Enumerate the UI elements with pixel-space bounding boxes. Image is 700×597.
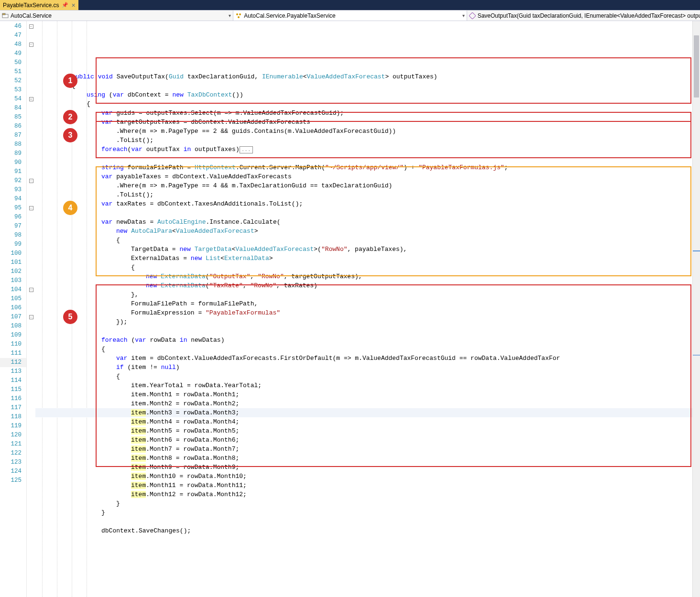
code-line[interactable]: {: [35, 263, 700, 272]
code-line[interactable]: new ExternalData("OutputTax", "RowNo", t…: [35, 272, 700, 281]
token-pln: guids = outputTaxes.Select(m => m.ValueA…: [112, 109, 344, 117]
code-line[interactable]: using (var dbContext = new TaxDbContext(…: [35, 90, 700, 99]
code-line[interactable]: .Where(m => m.PageType == 4 && m.TaxDecl…: [35, 181, 700, 190]
code-line[interactable]: [35, 208, 700, 217]
code-line[interactable]: public void SaveOutputTax(Guid taxDeclar…: [35, 72, 700, 81]
code-line[interactable]: var targetOutputTaxes = dbContext.ValueA…: [35, 118, 700, 127]
code-line[interactable]: var payableTaxes = dbContext.ValueAddedT…: [35, 172, 700, 181]
code-line[interactable]: [35, 517, 700, 526]
file-tab[interactable]: PayableTaxService.cs 📌 ×: [0, 0, 78, 10]
code-area[interactable]: public void SaveOutputTax(Guid taxDeclar…: [35, 21, 700, 597]
code-line[interactable]: {: [35, 99, 700, 109]
tab-strip: PayableTaxService.cs 📌 ×: [0, 0, 700, 11]
code-line[interactable]: });: [35, 317, 700, 326]
code-line[interactable]: item.Month11 = rowData.Month11;: [35, 481, 700, 490]
code-line[interactable]: dbContext.SaveChanges();: [35, 526, 700, 535]
close-icon[interactable]: ×: [71, 1, 75, 9]
code-line[interactable]: var taxRates = dbContext.TaxesAndAdditio…: [35, 199, 700, 208]
code-line[interactable]: item.Month8 = rowData.Month8;: [35, 454, 700, 463]
collapse-icon[interactable]: −: [29, 43, 33, 47]
code-line[interactable]: item.Month10 = rowData.Month10;: [35, 472, 700, 481]
line-number: 87: [0, 131, 26, 140]
collapsed-region[interactable]: ...: [240, 146, 253, 153]
token-pln: .Month8 = rowData.Month8;: [146, 455, 239, 462]
collapse-icon[interactable]: −: [29, 24, 33, 29]
code-line[interactable]: },: [35, 290, 700, 299]
code-line[interactable]: {: [35, 372, 700, 381]
line-number: 89: [0, 149, 26, 158]
token-kw: var: [116, 355, 127, 362]
namespace-icon: [2, 12, 9, 19]
collapse-icon[interactable]: −: [29, 179, 33, 183]
line-number: 124: [0, 467, 26, 476]
code-line[interactable]: item.Month7 = rowData.Month7;: [35, 445, 700, 454]
fold-cell[interactable]: −: [27, 204, 35, 213]
fold-cell: [27, 467, 35, 476]
code-line[interactable]: }: [35, 499, 700, 508]
code-line[interactable]: item.Month2 = rowData.Month2;: [35, 399, 700, 408]
pin-icon[interactable]: 📌: [62, 2, 68, 8]
token-pln: },: [131, 291, 139, 298]
code-line[interactable]: var newDatas = AutoCalEngine.Instance.Ca…: [35, 217, 700, 227]
code-line[interactable]: var guids = outputTaxes.Select(m => m.Va…: [35, 109, 700, 118]
code-line[interactable]: item.Month3 = rowData.Month3;: [35, 408, 700, 417]
token-pln: TargetData =: [131, 246, 179, 253]
code-line[interactable]: foreach(var outputTax in outputTaxes)...: [35, 145, 700, 154]
code-line[interactable]: ExternalDatas = new List<ExternalData>: [35, 254, 700, 263]
code-line[interactable]: {: [35, 236, 700, 245]
code-line[interactable]: foreach (var rowData in newDatas): [35, 336, 700, 345]
caret-position-marker: [693, 355, 700, 356]
code-line[interactable]: item.YearTotal = rowData.YearTotal;: [35, 381, 700, 390]
scrollbar-thumb[interactable]: [694, 35, 699, 98]
highlighted-token: item: [131, 409, 146, 416]
code-line[interactable]: {: [35, 81, 700, 90]
fold-cell[interactable]: +: [27, 95, 35, 104]
collapse-icon[interactable]: −: [29, 288, 33, 292]
code-line[interactable]: var item = dbContext.ValueAddedTaxForeca…: [35, 354, 700, 363]
collapse-icon[interactable]: −: [29, 206, 33, 210]
code-line[interactable]: FormulaFilePath = formulaFilePath,: [35, 299, 700, 308]
token-pln: targetOutputTaxes = dbContext.ValueAdded…: [112, 119, 310, 126]
nav-class[interactable]: AutoCal.Service.PayableTaxService ▾: [233, 11, 467, 21]
nav-method[interactable]: SaveOutputTax(Guid taxDeclarationGuid, I…: [467, 11, 700, 21]
fold-cell[interactable]: −: [27, 176, 35, 185]
code-line[interactable]: }: [35, 508, 700, 517]
code-line[interactable]: string formulaFilePath = HttpContext.Cur…: [35, 163, 700, 172]
fold-cell[interactable]: −: [27, 22, 35, 31]
nav-namespace[interactable]: AutoCal.Service ▾: [0, 11, 233, 21]
fold-cell[interactable]: −: [27, 40, 35, 49]
token-pln: SaveOutputTax(: [113, 73, 169, 80]
code-line[interactable]: item.Month6 = rowData.Month6;: [35, 435, 700, 445]
collapse-icon[interactable]: −: [29, 315, 33, 319]
token-pln: <: [303, 73, 307, 80]
line-number-gutter: 4647484950515253548485868788899091929394…: [0, 21, 27, 597]
code-line[interactable]: FormulaExpression = "PayableTaxFormulas": [35, 308, 700, 317]
code-line[interactable]: [35, 326, 700, 336]
fold-cell: [27, 422, 35, 431]
code-line[interactable]: item.Month4 = rowData.Month4;: [35, 417, 700, 426]
line-number: 117: [0, 403, 26, 412]
fold-column[interactable]: −−+−−−−: [27, 21, 35, 597]
fold-cell[interactable]: −: [27, 285, 35, 294]
code-line[interactable]: [35, 154, 700, 163]
code-line[interactable]: item.Month5 = rowData.Month5;: [35, 426, 700, 435]
token-pln: taxDeclarationGuid,: [184, 73, 262, 80]
token-kw: new: [172, 91, 183, 98]
code-line[interactable]: .ToList();: [35, 190, 700, 199]
token-pln: [94, 73, 98, 80]
code-line[interactable]: if (item != null): [35, 363, 700, 372]
code-line[interactable]: item.Month12 = rowData.Month12;: [35, 490, 700, 499]
code-line[interactable]: TargetData = new TargetData<ValueAddedTa…: [35, 245, 700, 254]
code-line[interactable]: new ExternalData("TaxRate", "RowNo", tax…: [35, 281, 700, 290]
code-line[interactable]: new AutoCalPara<ValueAddedTaxForecast>: [35, 227, 700, 236]
token-pln: ) +: [404, 164, 418, 171]
file-tab-label: PayableTaxService.cs: [3, 2, 59, 9]
vertical-scrollbar[interactable]: [692, 21, 700, 597]
code-line[interactable]: item.Month1 = rowData.Month1;: [35, 390, 700, 399]
fold-cell[interactable]: −: [27, 313, 35, 322]
expand-icon[interactable]: +: [29, 97, 33, 101]
code-line[interactable]: .ToList();: [35, 136, 700, 145]
code-line[interactable]: {: [35, 345, 700, 354]
code-line[interactable]: .Where(m => m.PageType == 2 && guids.Con…: [35, 127, 700, 136]
code-line[interactable]: item.Month9 = rowData.Month9;: [35, 463, 700, 472]
